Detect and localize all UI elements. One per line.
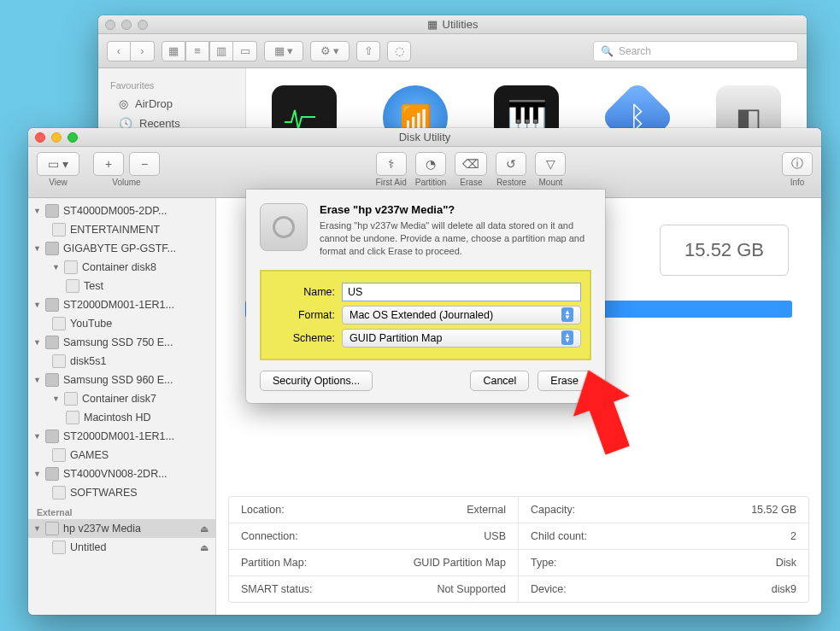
zoom-icon[interactable]: [138, 20, 148, 30]
erase-confirm-button[interactable]: Erase: [537, 371, 591, 391]
view-columns-button[interactable]: ▥: [209, 41, 233, 61]
sidebar-container-disk7[interactable]: ▼Container disk7: [28, 389, 215, 408]
view-label: View: [49, 178, 68, 187]
finder-title: Utilities: [443, 18, 479, 31]
zoom-icon[interactable]: [68, 132, 78, 143]
security-options-button[interactable]: Security Options...: [260, 371, 373, 391]
sidebar-disk-samsung750[interactable]: ▼Samsung SSD 750 E...: [28, 333, 215, 352]
forward-button[interactable]: ›: [131, 41, 155, 61]
sidebar-volume-games[interactable]: GAMES: [28, 446, 215, 464]
sidebar-disk-st2000-1[interactable]: ▼ST2000DM001-1ER1...: [28, 295, 215, 314]
finder-titlebar: ▦ Utilities: [98, 15, 807, 34]
minimize-icon[interactable]: [51, 132, 62, 143]
sidebar-disk-samsung960[interactable]: ▼Samsung SSD 960 E...: [28, 371, 215, 389]
scheme-select[interactable]: GUID Partition Map ▲▼: [342, 329, 581, 348]
search-field[interactable]: 🔍 Search: [593, 41, 798, 61]
sidebar-disk-st2000-2[interactable]: ▼ST2000DM001-1ER1...: [28, 427, 215, 446]
view-icons-button[interactable]: ▦: [162, 41, 185, 61]
erase-button[interactable]: ⌫: [455, 152, 487, 176]
name-label: Name:: [270, 286, 335, 298]
folder-icon: ▦: [427, 18, 438, 31]
view-button[interactable]: ▭ ▾: [37, 152, 79, 176]
airdrop-icon: ◎: [119, 97, 128, 110]
dialog-title: Erase "hp v237w Media"?: [320, 203, 591, 216]
eject-icon[interactable]: ⏏: [200, 542, 209, 553]
restore-button[interactable]: ↺: [496, 152, 526, 176]
view-list-button[interactable]: ≡: [185, 41, 209, 61]
dialog-disk-icon: [260, 203, 308, 251]
sidebar-disk-gigabyte[interactable]: ▼GIGABYTE GP-GSTF...: [28, 239, 215, 258]
share-button[interactable]: ⇧: [356, 41, 380, 61]
scheme-label: Scheme:: [270, 332, 335, 344]
sidebar-disk-st4000vn008[interactable]: ▼ST4000VN008-2DR...: [28, 464, 215, 483]
back-button[interactable]: ‹: [107, 41, 131, 61]
minimize-icon[interactable]: [121, 20, 132, 30]
sidebar-volume-test[interactable]: Test: [28, 277, 215, 295]
capacity-display: 15.52 GB: [660, 225, 789, 276]
search-icon: 🔍: [601, 45, 614, 57]
sidebar-volume-youtube[interactable]: YouTube: [28, 314, 215, 333]
volume-label: Volume: [112, 178, 140, 187]
name-input[interactable]: [342, 283, 581, 301]
sidebar-item-airdrop[interactable]: ◎AirDrop: [98, 94, 245, 114]
disk-info-table: Location:External Capacity:15.52 GB Conn…: [228, 496, 809, 603]
chevron-updown-icon: ▲▼: [561, 330, 573, 345]
info-button[interactable]: ⓘ: [782, 152, 813, 176]
format-select[interactable]: Mac OS Extended (Journaled) ▲▼: [342, 306, 581, 324]
group-button[interactable]: ▦ ▾: [264, 41, 303, 61]
tags-button[interactable]: ◌: [387, 41, 411, 61]
sidebar-heading: Favourites: [98, 77, 245, 94]
finder-toolbar: ‹ › ▦ ≡ ▥ ▭ ▦ ▾ ⚙ ▾ ⇧ ◌ 🔍 Search: [98, 34, 807, 68]
dialog-form: Name: Format: Mac OS Extended (Journaled…: [260, 270, 591, 360]
search-placeholder: Search: [619, 45, 651, 57]
du-titlebar: Disk Utility: [28, 128, 821, 147]
sidebar-external-label: External: [28, 502, 215, 519]
du-sidebar: ▼ST4000DM005-2DP... ENTERTAINMENT ▼GIGAB…: [28, 198, 216, 615]
chevron-updown-icon: ▲▼: [561, 307, 573, 322]
du-title: Disk Utility: [399, 131, 451, 143]
format-label: Format:: [270, 309, 335, 321]
close-icon[interactable]: [35, 132, 45, 143]
sidebar-container-disk8[interactable]: ▼Container disk8: [28, 258, 215, 277]
erase-dialog: Erase "hp v237w Media"? Erasing "hp v237…: [246, 190, 605, 403]
view-gallery-button[interactable]: ▭: [233, 41, 257, 61]
eject-icon[interactable]: ⏏: [200, 523, 209, 535]
sidebar-disk-hp-v237w[interactable]: ▼hp v237w Media⏏: [28, 519, 215, 538]
cancel-button[interactable]: Cancel: [470, 371, 529, 391]
action-button[interactable]: ⚙ ▾: [310, 41, 350, 61]
first-aid-button[interactable]: ⚕: [376, 152, 407, 176]
volume-remove-button[interactable]: −: [129, 152, 160, 176]
volume-add-button[interactable]: +: [93, 152, 124, 176]
sidebar-disk-st4000dm005[interactable]: ▼ST4000DM005-2DP...: [28, 202, 215, 220]
partition-button[interactable]: ◔: [415, 152, 446, 176]
close-icon[interactable]: [105, 20, 115, 30]
sidebar-volume-macintosh-hd[interactable]: Macintosh HD: [28, 408, 215, 427]
mount-button[interactable]: ▽: [535, 152, 566, 176]
sidebar-volume-softwares[interactable]: SOFTWARES: [28, 483, 215, 502]
sidebar-volume-untitled[interactable]: Untitled⏏: [28, 538, 215, 557]
sidebar-volume-entertainment[interactable]: ENTERTAINMENT: [28, 220, 215, 239]
sidebar-volume-disk5s1[interactable]: disk5s1: [28, 352, 215, 371]
dialog-description: Erasing "hp v237w Media" will delete all…: [320, 219, 591, 258]
